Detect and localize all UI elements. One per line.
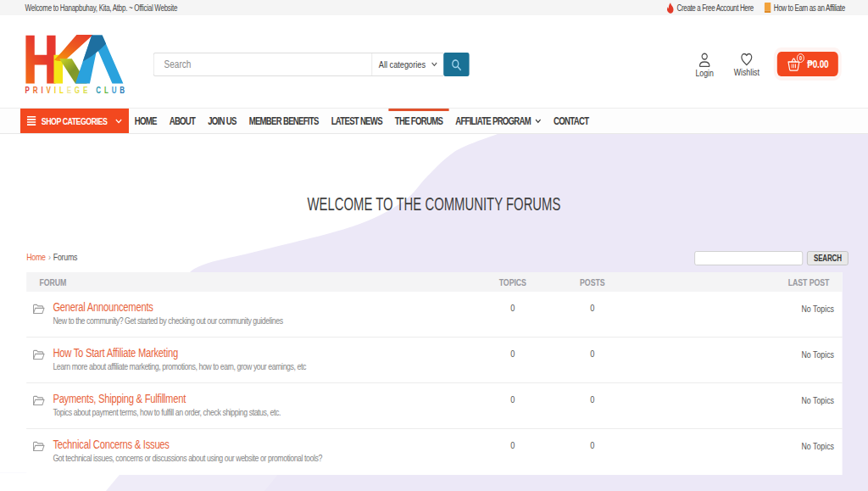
forum-table: FORUM TOPICS POSTS LAST POST General Ann… bbox=[26, 272, 842, 475]
wishlist-button[interactable]: Wishlist bbox=[726, 53, 768, 77]
nav-item: LATEST NEWS bbox=[325, 109, 388, 133]
cart-basket: 0 bbox=[787, 58, 801, 71]
column-topics: TOPICS bbox=[472, 277, 554, 287]
nav-the-forums[interactable]: THE FORUMS bbox=[388, 109, 448, 133]
posts-count: 0 bbox=[554, 299, 632, 337]
user-icon bbox=[698, 53, 711, 67]
forum-search: SEARCH bbox=[694, 251, 849, 265]
search-icon bbox=[451, 59, 462, 71]
forum-text-block: Technical Concerns & Issues Got technica… bbox=[53, 437, 322, 464]
breadcrumb-current: Forums bbox=[53, 252, 77, 262]
nav-item: ABOUT bbox=[163, 109, 202, 133]
hka-logo-icon bbox=[25, 35, 125, 85]
nav-latest-news[interactable]: LATEST NEWS bbox=[325, 109, 388, 133]
topics-count: 0 bbox=[472, 437, 554, 475]
forum-cell: General Announcements New to the communi… bbox=[26, 299, 472, 337]
folder-open-icon bbox=[32, 304, 45, 315]
forum-text-block: Payments, Shipping & Fulfillment Topics … bbox=[53, 391, 281, 418]
main-nav: SHOP CATEGORIES HOME ABOUT JOIN US MEMBE… bbox=[0, 108, 868, 134]
chevron-down-icon bbox=[115, 119, 122, 124]
topics-count: 0 bbox=[472, 299, 554, 337]
forum-row-technical-concerns-issues: Technical Concerns & Issues Got technica… bbox=[26, 429, 842, 475]
site-header: PRIVILEGE CLUB All categories Login Wish… bbox=[0, 15, 868, 108]
forum-table-header: FORUM TOPICS POSTS LAST POST bbox=[26, 272, 842, 292]
nav-item: MEMBER BENEFITS bbox=[242, 109, 325, 133]
top-bar: Welcome to Hanapbuhay, Kita, Atbp. ~ Off… bbox=[0, 0, 868, 15]
forum-row-general-announcements: General Announcements New to the communi… bbox=[26, 292, 842, 338]
topics-count: 0 bbox=[472, 345, 554, 382]
page-content: WELCOME TO THE COMMUNITY FORUMS Home › F… bbox=[0, 134, 868, 491]
chevron-down-icon bbox=[431, 62, 437, 67]
nav-affiliate-program[interactable]: AFFILIATE PROGRAM bbox=[449, 109, 548, 133]
breadcrumb-home-link[interactable]: Home bbox=[26, 252, 46, 262]
folder-open-icon bbox=[32, 395, 45, 406]
forum-text-block: How To Start Affiliate Marketing Learn m… bbox=[53, 345, 306, 372]
forum-description: Got technical issues, concerns or discus… bbox=[53, 453, 322, 464]
welcome-text: Welcome to Hanapbuhay, Kita, Atbp. ~ Off… bbox=[25, 3, 178, 13]
site-logo[interactable]: PRIVILEGE CLUB bbox=[25, 35, 125, 95]
column-posts: POSTS bbox=[554, 277, 632, 287]
posts-count: 0 bbox=[554, 391, 632, 428]
how-to-earn-link[interactable]: How to Earn as an Affiliate bbox=[765, 3, 845, 13]
folder-open-icon bbox=[32, 349, 45, 360]
nav-member-benefits[interactable]: MEMBER BENEFITS bbox=[242, 109, 325, 133]
folder-open-icon bbox=[32, 441, 45, 452]
nav-home[interactable]: HOME bbox=[128, 109, 163, 133]
product-search-bar: All categories bbox=[153, 53, 470, 76]
forum-link[interactable]: General Announcements bbox=[53, 300, 153, 314]
forum-link[interactable]: Technical Concerns & Issues bbox=[53, 438, 169, 451]
heart-icon bbox=[740, 53, 754, 66]
forum-link[interactable]: Payments, Shipping & Fulfillment bbox=[53, 392, 186, 405]
forum-description: Learn more about affiliate marketing, pr… bbox=[53, 361, 306, 372]
nav-item: CONTACT bbox=[548, 109, 595, 133]
forum-row-how-to-start-affiliate-marketing: How To Start Affiliate Marketing Learn m… bbox=[26, 338, 842, 383]
breadcrumb-separator: › bbox=[48, 252, 51, 262]
nav-join-us[interactable]: JOIN US bbox=[202, 109, 242, 133]
search-input[interactable] bbox=[154, 53, 372, 75]
forum-link[interactable]: How To Start Affiliate Marketing bbox=[53, 346, 178, 360]
last-post: No Topics bbox=[632, 299, 843, 337]
forum-text-block: General Announcements New to the communi… bbox=[53, 299, 282, 326]
cart-count-badge: 0 bbox=[797, 53, 804, 63]
forum-cell: How To Start Affiliate Marketing Learn m… bbox=[26, 345, 472, 382]
search-button[interactable] bbox=[443, 53, 469, 76]
nav-item: JOIN US bbox=[202, 109, 242, 133]
page-title: WELCOME TO THE COMMUNITY FORUMS bbox=[67, 193, 800, 215]
nav-contact[interactable]: CONTACT bbox=[548, 109, 595, 133]
forum-cell: Technical Concerns & Issues Got technica… bbox=[26, 437, 472, 475]
posts-count: 0 bbox=[554, 437, 632, 475]
last-post: No Topics bbox=[632, 391, 843, 428]
posts-count: 0 bbox=[554, 345, 632, 382]
topbar-links: Create a Free Account Here How to Earn a… bbox=[667, 3, 845, 14]
logo-tagline: PRIVILEGE CLUB bbox=[25, 86, 125, 95]
forum-row-payments-shipping-fulfillment: Payments, Shipping & Fulfillment Topics … bbox=[26, 383, 842, 429]
book-icon bbox=[765, 3, 771, 13]
shop-categories-button[interactable]: SHOP CATEGORIES bbox=[20, 109, 129, 133]
nav-about[interactable]: ABOUT bbox=[163, 109, 202, 133]
last-post: No Topics bbox=[632, 437, 843, 475]
last-post: No Topics bbox=[632, 345, 843, 382]
nav-menu: HOME ABOUT JOIN US MEMBER BENEFITS LATES… bbox=[128, 109, 595, 133]
hamburger-icon bbox=[27, 116, 36, 126]
column-forum: FORUM bbox=[26, 277, 472, 287]
chevron-down-icon bbox=[535, 119, 541, 124]
column-last-post: LAST POST bbox=[632, 277, 843, 287]
category-select[interactable]: All categories bbox=[371, 53, 443, 75]
flame-icon bbox=[667, 3, 675, 14]
nav-item: HOME bbox=[128, 109, 163, 133]
breadcrumb: Home › Forums bbox=[26, 252, 77, 262]
create-account-link[interactable]: Create a Free Account Here bbox=[667, 3, 754, 14]
forum-cell: Payments, Shipping & Fulfillment Topics … bbox=[26, 391, 472, 428]
login-button[interactable]: Login bbox=[687, 53, 723, 78]
search-field: All categories bbox=[153, 53, 443, 76]
forum-description: Topics about payment terms, how to fulfi… bbox=[53, 407, 281, 418]
cart-button[interactable]: 0 ₱0.00 bbox=[777, 52, 838, 76]
forum-description: New to the community? Get started by che… bbox=[53, 315, 282, 326]
cart-total: ₱0.00 bbox=[807, 59, 828, 70]
forum-search-input[interactable] bbox=[694, 251, 803, 265]
nav-item: AFFILIATE PROGRAM bbox=[449, 109, 548, 133]
forum-search-button[interactable]: SEARCH bbox=[807, 251, 849, 265]
nav-item: THE FORUMS bbox=[388, 109, 448, 133]
topics-count: 0 bbox=[472, 391, 554, 428]
